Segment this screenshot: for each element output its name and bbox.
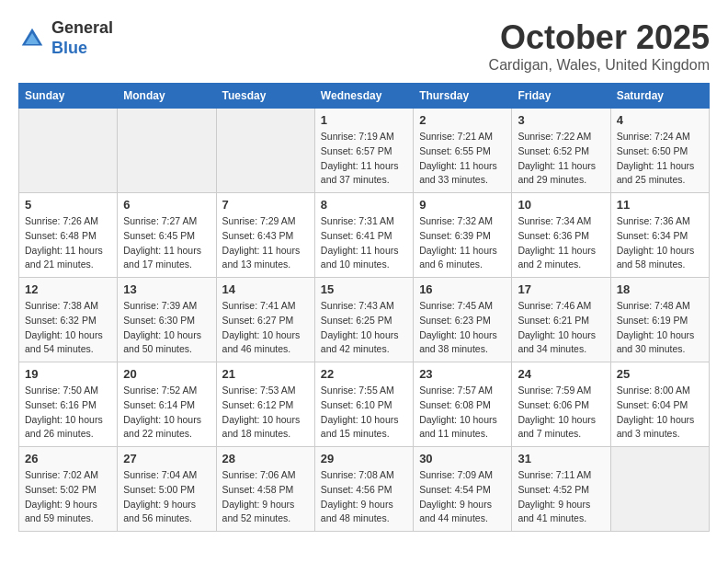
calendar-cell: 16Sunrise: 7:45 AM Sunset: 6:23 PM Dayli… [414, 278, 512, 362]
calendar-cell: 24Sunrise: 7:59 AM Sunset: 6:06 PM Dayli… [512, 362, 610, 447]
day-info: Sunrise: 7:11 AM Sunset: 4:52 PM Dayligh… [518, 468, 604, 526]
calendar-week-1: 1Sunrise: 7:19 AM Sunset: 6:57 PM Daylig… [19, 109, 710, 193]
day-number: 15 [321, 282, 407, 296]
calendar-cell: 11Sunrise: 7:36 AM Sunset: 6:34 PM Dayli… [610, 193, 709, 278]
day-number: 30 [419, 452, 506, 465]
day-number: 4 [617, 113, 703, 127]
calendar-week-5: 26Sunrise: 7:02 AM Sunset: 5:02 PM Dayli… [19, 447, 710, 532]
day-number: 2 [419, 113, 506, 127]
day-info: Sunrise: 7:09 AM Sunset: 4:54 PM Dayligh… [419, 468, 506, 526]
day-number: 17 [518, 282, 604, 296]
day-number: 1 [321, 113, 407, 127]
day-number: 26 [25, 452, 111, 465]
calendar-table: SundayMondayTuesdayWednesdayThursdayFrid… [18, 83, 710, 532]
calendar-cell: 25Sunrise: 8:00 AM Sunset: 6:04 PM Dayli… [610, 362, 709, 447]
day-number: 12 [25, 282, 111, 296]
calendar-cell: 7Sunrise: 7:29 AM Sunset: 6:43 PM Daylig… [216, 193, 314, 278]
calendar-cell: 17Sunrise: 7:46 AM Sunset: 6:21 PM Dayli… [512, 278, 610, 362]
calendar-cell: 27Sunrise: 7:04 AM Sunset: 5:00 PM Dayli… [118, 447, 216, 532]
day-number: 16 [419, 282, 506, 296]
calendar-cell: 23Sunrise: 7:57 AM Sunset: 6:08 PM Dayli… [414, 362, 512, 447]
calendar-cell: 19Sunrise: 7:50 AM Sunset: 6:16 PM Dayli… [19, 362, 118, 447]
day-info: Sunrise: 7:48 AM Sunset: 6:19 PM Dayligh… [617, 299, 703, 357]
calendar-cell: 28Sunrise: 7:06 AM Sunset: 4:58 PM Dayli… [216, 447, 314, 532]
weekday-header-tuesday: Tuesday [216, 84, 314, 109]
day-number: 29 [321, 452, 407, 465]
day-info: Sunrise: 7:45 AM Sunset: 6:23 PM Dayligh… [419, 299, 506, 357]
day-info: Sunrise: 7:38 AM Sunset: 6:32 PM Dayligh… [25, 299, 111, 357]
calendar-cell: 20Sunrise: 7:52 AM Sunset: 6:14 PM Dayli… [118, 362, 216, 447]
day-info: Sunrise: 7:22 AM Sunset: 6:52 PM Dayligh… [518, 130, 604, 188]
day-number: 25 [617, 367, 703, 381]
calendar-cell: 30Sunrise: 7:09 AM Sunset: 4:54 PM Dayli… [414, 447, 512, 532]
day-info: Sunrise: 7:39 AM Sunset: 6:30 PM Dayligh… [123, 299, 210, 357]
calendar-cell [216, 109, 314, 193]
day-info: Sunrise: 7:32 AM Sunset: 6:39 PM Dayligh… [419, 214, 506, 272]
logo: General Blue [18, 18, 113, 58]
day-info: Sunrise: 7:08 AM Sunset: 4:56 PM Dayligh… [321, 468, 407, 526]
location-text: Cardigan, Wales, United Kingdom [489, 57, 710, 74]
calendar-cell: 9Sunrise: 7:32 AM Sunset: 6:39 PM Daylig… [414, 193, 512, 278]
day-info: Sunrise: 7:57 AM Sunset: 6:08 PM Dayligh… [419, 384, 506, 442]
day-number: 5 [25, 198, 111, 212]
weekday-header-friday: Friday [512, 84, 610, 109]
day-number: 11 [617, 198, 703, 212]
day-info: Sunrise: 7:46 AM Sunset: 6:21 PM Dayligh… [518, 299, 604, 357]
logo-general-text: General [51, 18, 113, 39]
day-number: 7 [222, 198, 309, 212]
day-number: 24 [518, 367, 604, 381]
day-info: Sunrise: 7:36 AM Sunset: 6:34 PM Dayligh… [617, 214, 703, 272]
weekday-header-thursday: Thursday [414, 84, 512, 109]
day-info: Sunrise: 7:52 AM Sunset: 6:14 PM Dayligh… [123, 384, 210, 442]
day-info: Sunrise: 7:29 AM Sunset: 6:43 PM Dayligh… [222, 214, 309, 272]
calendar-cell: 4Sunrise: 7:24 AM Sunset: 6:50 PM Daylig… [610, 109, 709, 193]
day-info: Sunrise: 7:53 AM Sunset: 6:12 PM Dayligh… [222, 384, 309, 442]
weekday-header-sunday: Sunday [19, 84, 118, 109]
day-info: Sunrise: 7:06 AM Sunset: 4:58 PM Dayligh… [222, 468, 309, 526]
day-number: 18 [617, 282, 703, 296]
calendar-week-4: 19Sunrise: 7:50 AM Sunset: 6:16 PM Dayli… [19, 362, 710, 447]
calendar-cell: 31Sunrise: 7:11 AM Sunset: 4:52 PM Dayli… [512, 447, 610, 532]
weekday-header-saturday: Saturday [610, 84, 709, 109]
logo-icon [18, 25, 46, 52]
calendar-cell: 14Sunrise: 7:41 AM Sunset: 6:27 PM Dayli… [216, 278, 314, 362]
day-number: 22 [321, 367, 407, 381]
calendar-cell: 3Sunrise: 7:22 AM Sunset: 6:52 PM Daylig… [512, 109, 610, 193]
day-number: 27 [123, 452, 210, 465]
day-info: Sunrise: 7:26 AM Sunset: 6:48 PM Dayligh… [25, 214, 111, 272]
page-header: General Blue October 2025 Cardigan, Wale… [18, 18, 710, 74]
calendar-cell: 26Sunrise: 7:02 AM Sunset: 5:02 PM Dayli… [19, 447, 118, 532]
day-number: 3 [518, 113, 604, 127]
day-info: Sunrise: 7:02 AM Sunset: 5:02 PM Dayligh… [25, 468, 111, 526]
calendar-week-3: 12Sunrise: 7:38 AM Sunset: 6:32 PM Dayli… [19, 278, 710, 362]
calendar-cell: 5Sunrise: 7:26 AM Sunset: 6:48 PM Daylig… [19, 193, 118, 278]
day-info: Sunrise: 7:27 AM Sunset: 6:45 PM Dayligh… [123, 214, 210, 272]
calendar-cell: 6Sunrise: 7:27 AM Sunset: 6:45 PM Daylig… [118, 193, 216, 278]
day-number: 31 [518, 452, 604, 465]
calendar-cell: 29Sunrise: 7:08 AM Sunset: 4:56 PM Dayli… [314, 447, 413, 532]
day-number: 6 [123, 198, 210, 212]
calendar-cell: 2Sunrise: 7:21 AM Sunset: 6:55 PM Daylig… [414, 109, 512, 193]
calendar-cell: 13Sunrise: 7:39 AM Sunset: 6:30 PM Dayli… [118, 278, 216, 362]
calendar-cell: 12Sunrise: 7:38 AM Sunset: 6:32 PM Dayli… [19, 278, 118, 362]
day-number: 28 [222, 452, 309, 465]
day-info: Sunrise: 7:43 AM Sunset: 6:25 PM Dayligh… [321, 299, 407, 357]
day-info: Sunrise: 7:31 AM Sunset: 6:41 PM Dayligh… [321, 214, 407, 272]
day-number: 14 [222, 282, 309, 296]
month-title: October 2025 [489, 18, 710, 57]
calendar-week-2: 5Sunrise: 7:26 AM Sunset: 6:48 PM Daylig… [19, 193, 710, 278]
day-info: Sunrise: 8:00 AM Sunset: 6:04 PM Dayligh… [617, 384, 703, 442]
day-number: 21 [222, 367, 309, 381]
day-info: Sunrise: 7:59 AM Sunset: 6:06 PM Dayligh… [518, 384, 604, 442]
calendar-cell: 22Sunrise: 7:55 AM Sunset: 6:10 PM Dayli… [314, 362, 413, 447]
title-block: October 2025 Cardigan, Wales, United Kin… [489, 18, 710, 74]
day-number: 10 [518, 198, 604, 212]
weekday-header-row: SundayMondayTuesdayWednesdayThursdayFrid… [19, 84, 710, 109]
day-info: Sunrise: 7:19 AM Sunset: 6:57 PM Dayligh… [321, 130, 407, 188]
day-info: Sunrise: 7:50 AM Sunset: 6:16 PM Dayligh… [25, 384, 111, 442]
weekday-header-monday: Monday [118, 84, 216, 109]
calendar-cell [19, 109, 118, 193]
day-info: Sunrise: 7:41 AM Sunset: 6:27 PM Dayligh… [222, 299, 309, 357]
day-number: 9 [419, 198, 506, 212]
day-number: 13 [123, 282, 210, 296]
